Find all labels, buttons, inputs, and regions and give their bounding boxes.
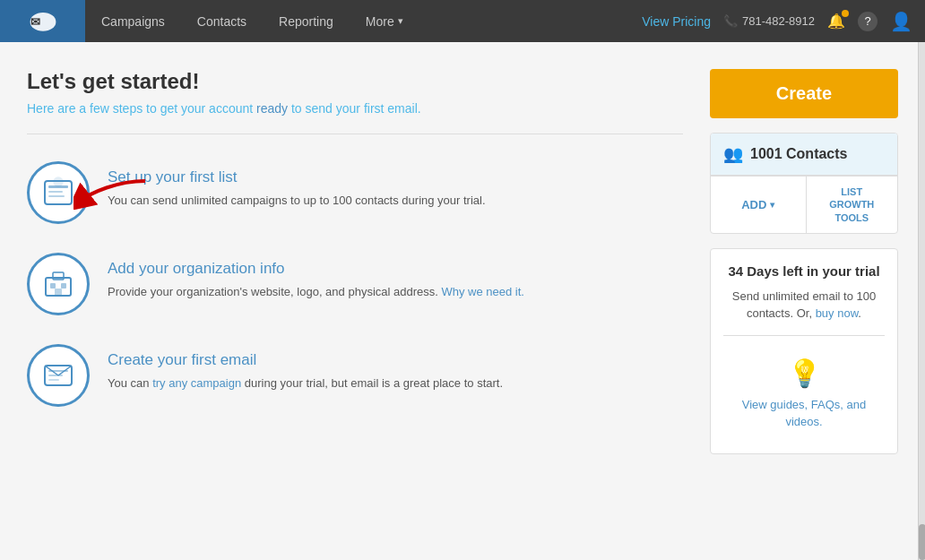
notification-badge xyxy=(842,10,849,17)
step-setup-list-desc: You can send unlimited campaigns to up t… xyxy=(108,192,486,210)
step-setup-list: Set up your first list You can send unli… xyxy=(27,161,683,224)
step-first-email: Create your first email You can try any … xyxy=(27,344,683,407)
chevron-down-icon: ▾ xyxy=(398,15,403,27)
main-layout: Let's get started! Here are a few steps … xyxy=(0,42,925,560)
notifications-button[interactable]: 🔔 xyxy=(827,13,845,30)
navbar: ✉ Campaigns Contacts Reporting More ▾ Vi… xyxy=(0,0,925,42)
user-menu-button[interactable]: 👤 xyxy=(890,11,912,32)
nav-campaigns[interactable]: Campaigns xyxy=(85,0,181,42)
buy-now-link[interactable]: buy now xyxy=(816,306,859,320)
step-setup-list-content: Set up your first list You can send unli… xyxy=(108,161,486,210)
svg-text:✉: ✉ xyxy=(30,15,40,29)
try-campaign-link[interactable]: try any campaign xyxy=(152,376,241,390)
svg-point-6 xyxy=(54,177,63,186)
divider xyxy=(27,134,683,134)
contacts-count: 1001 Contacts xyxy=(750,146,848,162)
logo[interactable]: ✉ xyxy=(0,0,85,42)
guides-link[interactable]: View guides, FAQs, and videos. xyxy=(742,398,867,428)
guides-section: 💡 View guides, FAQs, and videos. xyxy=(723,349,885,439)
step-org-info-title[interactable]: Add your organization info xyxy=(108,260,524,278)
scrollbar[interactable] xyxy=(918,42,925,560)
nav-reporting[interactable]: Reporting xyxy=(263,0,350,42)
page-subtitle: Here are a few steps to get your account… xyxy=(27,101,683,116)
svg-rect-10 xyxy=(61,283,66,289)
svg-rect-4 xyxy=(48,191,63,193)
view-pricing-link[interactable]: View Pricing xyxy=(642,14,711,29)
step-org-info-icon xyxy=(27,253,90,315)
svg-rect-15 xyxy=(48,379,59,381)
step-first-email-content: Create your first email You can try any … xyxy=(108,344,503,392)
contacts-card: 👥 1001 Contacts ADD ▾ LISTGROWTHTOOLS xyxy=(710,133,898,234)
step-org-info-content: Add your organization info Provide your … xyxy=(108,253,524,301)
chevron-down-icon: ▾ xyxy=(770,200,774,210)
svg-rect-5 xyxy=(48,195,65,197)
help-button[interactable]: ? xyxy=(858,12,877,31)
contacts-actions: ADD ▾ LISTGROWTHTOOLS xyxy=(711,176,897,233)
create-button[interactable]: Create xyxy=(710,69,898,118)
nav-links: Campaigns Contacts Reporting More ▾ xyxy=(85,0,642,42)
step-setup-list-icon xyxy=(27,161,90,224)
right-sidebar: Create 👥 1001 Contacts ADD ▾ LISTGROWTHT… xyxy=(710,69,898,542)
step-org-info: Add your organization info Provide your … xyxy=(27,253,683,315)
step-first-email-desc: You can try any campaign during your tri… xyxy=(108,375,503,392)
bulb-icon: 💡 xyxy=(723,358,885,389)
phone-number: 📞 781-482-8912 xyxy=(723,14,815,28)
phone-icon: 📞 xyxy=(723,14,738,28)
add-contacts-button[interactable]: ADD ▾ xyxy=(711,177,807,233)
list-growth-tools-button[interactable]: LISTGROWTHTOOLS xyxy=(807,177,898,233)
nav-right: View Pricing 📞 781-482-8912 🔔 ? 👤 xyxy=(642,11,912,32)
step-first-email-title[interactable]: Create your first email xyxy=(108,351,503,369)
step-org-info-desc: Provide your organization's website, log… xyxy=(108,283,524,301)
contacts-icon: 👥 xyxy=(723,144,743,164)
svg-rect-11 xyxy=(55,289,62,296)
trial-card: 34 Days left in your trial Send unlimite… xyxy=(710,248,898,454)
trial-divider xyxy=(723,335,885,336)
scrollbar-thumb[interactable] xyxy=(919,524,925,560)
svg-rect-14 xyxy=(48,375,63,376)
nav-more[interactable]: More ▾ xyxy=(350,0,419,42)
nav-contacts[interactable]: Contacts xyxy=(181,0,263,42)
svg-rect-9 xyxy=(50,283,56,289)
contacts-header: 👥 1001 Contacts xyxy=(711,134,897,176)
trial-desc: Send unlimited email to 100 contacts. Or… xyxy=(723,288,885,323)
why-we-need-it-link[interactable]: Why we need it. xyxy=(441,285,524,298)
page-title: Let's get started! xyxy=(27,69,683,94)
step-first-email-icon xyxy=(27,344,90,407)
left-content: Let's get started! Here are a few steps … xyxy=(27,69,683,542)
step-setup-list-title[interactable]: Set up your first list xyxy=(108,168,486,186)
trial-title: 34 Days left in your trial xyxy=(723,263,885,279)
